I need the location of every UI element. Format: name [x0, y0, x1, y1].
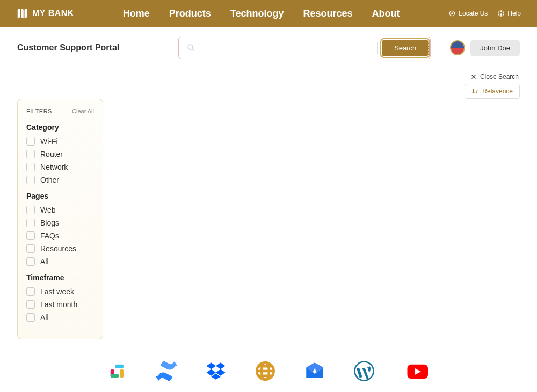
filter-item[interactable]: Other: [26, 176, 94, 184]
checkbox[interactable]: [26, 219, 35, 227]
filter-label: Last week: [40, 287, 74, 296]
youtube-icon[interactable]: [402, 360, 431, 382]
brand-name: MY BANK: [32, 9, 74, 18]
help-link[interactable]: Help: [497, 10, 521, 17]
search-divider: [377, 42, 378, 54]
locate-us-link[interactable]: Locate Us: [448, 10, 488, 17]
filter-section-pages: Pages Web Blogs FAQs Resources All: [26, 192, 94, 266]
filter-heading: Pages: [26, 192, 94, 200]
svg-point-4: [188, 45, 193, 49]
header-right: Locate Us Help: [448, 10, 521, 17]
checkbox[interactable]: [26, 287, 35, 296]
search-input[interactable]: [196, 43, 377, 52]
svg-point-3: [501, 14, 502, 15]
filter-label: All: [40, 313, 49, 322]
relevance-button[interactable]: Relavence: [465, 84, 520, 99]
svg-point-1: [452, 13, 453, 14]
globe-icon[interactable]: [254, 360, 277, 382]
target-icon: [448, 10, 456, 17]
filter-item[interactable]: FAQs: [26, 231, 94, 240]
close-search-button[interactable]: Close Search: [470, 73, 519, 81]
brand-logo[interactable]: MY BANK: [16, 8, 74, 19]
nav-resources[interactable]: Resources: [303, 8, 352, 19]
brand-logo-icon: [16, 8, 28, 19]
filter-heading: Timeframe: [26, 273, 94, 282]
close-search-label: Close Search: [480, 73, 519, 81]
filter-label: Last month: [40, 300, 77, 309]
user-area: John Doe: [450, 40, 520, 56]
filter-label: All: [40, 257, 49, 266]
checkbox[interactable]: [26, 163, 35, 171]
filter-item[interactable]: Web: [26, 206, 94, 214]
filter-item[interactable]: All: [26, 313, 94, 322]
checkbox[interactable]: [26, 244, 35, 253]
content: Customer Support Portal Search John Doe …: [0, 27, 537, 339]
checkbox[interactable]: [26, 137, 35, 146]
svg-rect-8: [111, 374, 119, 378]
filter-item[interactable]: Blogs: [26, 219, 94, 227]
search-button[interactable]: Search: [382, 40, 429, 56]
nav-home[interactable]: Home: [123, 8, 150, 19]
locate-us-label: Locate Us: [459, 10, 488, 17]
nav-technology[interactable]: Technology: [230, 8, 284, 19]
filter-item[interactable]: Network: [26, 163, 94, 171]
svg-rect-6: [115, 365, 124, 368]
filter-label: FAQs: [40, 231, 59, 240]
main-nav: Home Products Technology Resources About: [123, 8, 400, 19]
help-icon: [497, 10, 505, 17]
filter-item[interactable]: Last week: [26, 287, 94, 296]
checkbox[interactable]: [26, 313, 35, 322]
filter-section-category: Category Wi-Fi Router Network Other: [26, 123, 94, 184]
header: MY BANK Home Products Technology Resourc…: [0, 0, 537, 27]
svg-rect-7: [120, 369, 124, 378]
footer: [0, 350, 537, 392]
search-icon: [186, 43, 196, 53]
top-row: Customer Support Portal Search John Doe: [17, 37, 520, 59]
filter-label: Resources: [40, 244, 76, 253]
close-icon: [470, 74, 477, 80]
filter-label: Network: [40, 163, 68, 171]
filter-label: Wi-Fi: [40, 137, 58, 146]
nav-products[interactable]: Products: [169, 8, 211, 19]
filter-label: Other: [40, 176, 59, 184]
confluence-icon[interactable]: [155, 360, 178, 382]
checkbox[interactable]: [26, 257, 35, 266]
filters-panel: FILTERS Clear All Category Wi-Fi Router …: [17, 99, 103, 339]
secondary-row: Close Search: [470, 73, 520, 81]
filter-item[interactable]: Last month: [26, 300, 94, 309]
filters-title: FILTERS: [26, 108, 52, 114]
search-bar: Search: [178, 37, 431, 59]
main-area: FILTERS Clear All Category Wi-Fi Router …: [17, 99, 520, 339]
wordpress-icon[interactable]: [353, 360, 375, 382]
filter-label: Blogs: [40, 219, 59, 227]
avatar[interactable]: [450, 40, 465, 55]
checkbox[interactable]: [26, 176, 35, 184]
filter-item[interactable]: Wi-Fi: [26, 137, 94, 146]
filter-item[interactable]: All: [26, 257, 94, 266]
checkbox[interactable]: [26, 206, 35, 214]
filter-label: Router: [40, 150, 63, 158]
filter-section-timeframe: Timeframe Last week Last month All: [26, 273, 94, 322]
dropbox-icon[interactable]: [205, 360, 227, 382]
nav-about[interactable]: About: [372, 8, 400, 19]
filter-label: Web: [40, 206, 56, 214]
help-label: Help: [507, 10, 521, 17]
checkbox[interactable]: [26, 300, 35, 309]
checkbox[interactable]: [26, 231, 35, 240]
clear-all-button[interactable]: Clear All: [72, 108, 94, 114]
checkbox[interactable]: [26, 150, 35, 158]
user-name-pill[interactable]: John Doe: [470, 40, 520, 56]
sort-icon: [471, 88, 479, 95]
relevance-label: Relavence: [482, 88, 513, 95]
page-title: Customer Support Portal: [17, 43, 168, 53]
mail-icon[interactable]: [303, 360, 326, 382]
slack-icon[interactable]: [106, 360, 128, 382]
filter-item[interactable]: Router: [26, 150, 94, 158]
filter-heading: Category: [26, 123, 94, 132]
filter-item[interactable]: Resources: [26, 244, 94, 253]
